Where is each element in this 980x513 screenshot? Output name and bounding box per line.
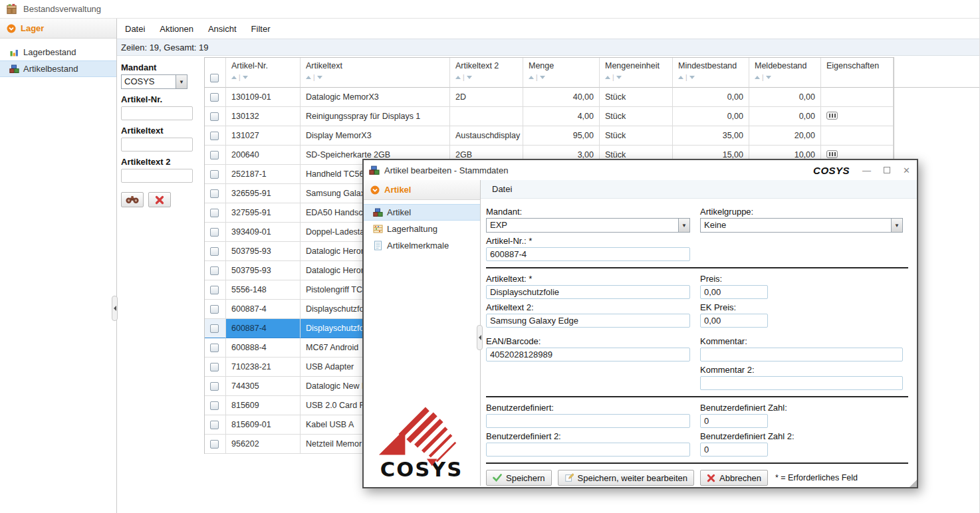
properties-barcode-icon[interactable] [826, 150, 838, 158]
row-checkbox[interactable] [210, 363, 219, 371]
row-checkbox[interactable] [210, 93, 219, 102]
cell-artikelnr[interactable]: 600887-4 [226, 300, 301, 319]
ean-input[interactable] [486, 348, 690, 361]
sidebar-item-artikelbestand[interactable]: Artikelbestand [0, 60, 116, 77]
cell-artikelnr[interactable]: 956202 [226, 435, 301, 454]
cell-mengeneinheit[interactable]: Stück [600, 88, 673, 107]
sort-controls[interactable]: | [529, 74, 594, 81]
row-checkbox[interactable] [210, 151, 219, 159]
chevron-down-icon[interactable]: ▼ [891, 219, 902, 232]
sort-asc-icon[interactable] [231, 76, 237, 79]
filter-artikeltext2-input[interactable] [121, 169, 193, 183]
sort-asc-icon[interactable] [306, 76, 311, 79]
preis-input[interactable] [700, 285, 768, 299]
artikeltext-input[interactable] [486, 285, 690, 299]
row-checkbox[interactable] [210, 440, 219, 449]
table-row[interactable]: 130109-01 Datalogic MemorX3 2D 40,00 Stü… [205, 88, 894, 107]
benutzerdefiniert2-input[interactable] [486, 443, 690, 457]
sort-controls[interactable]: | [755, 74, 815, 81]
dialog-item-artikelmerkmale[interactable]: Artikelmerkmale [364, 237, 480, 254]
cell-artikelnr[interactable]: 600888-4 [226, 338, 301, 358]
save-button[interactable]: Speichern [486, 470, 552, 486]
save-continue-button[interactable]: Speichern, weiter bearbeiten [558, 470, 695, 486]
cell-menge[interactable]: 4,00 [523, 107, 600, 126]
row-checkbox[interactable] [210, 170, 219, 179]
sort-controls[interactable]: | [678, 74, 743, 81]
menu-ansicht[interactable]: Ansicht [208, 24, 237, 34]
cell-mindestbestand[interactable]: 35,00 [673, 126, 749, 146]
sort-asc-icon[interactable] [455, 76, 461, 79]
select-all-checkbox[interactable] [210, 74, 219, 82]
column-header-artikelnr[interactable]: Artikel-Nr.| [226, 58, 301, 88]
artikelnr-input[interactable] [486, 247, 690, 261]
dialog-titlebar[interactable]: Artikel bearbeiten - Stammdaten COSYS — … [364, 160, 917, 180]
sort-desc-icon[interactable] [689, 76, 695, 79]
row-checkbox[interactable] [210, 132, 219, 140]
row-checkbox[interactable] [210, 401, 219, 410]
cell-artikeltext2[interactable]: 2D [450, 88, 523, 107]
artikelgruppe-select[interactable]: Keine ▼ [700, 218, 903, 233]
row-checkbox[interactable] [210, 247, 219, 256]
mandant-select[interactable]: EXP ▼ [486, 218, 690, 233]
cell-artikelnr[interactable]: 200640 [226, 146, 301, 165]
cell-eigenschaften[interactable] [821, 126, 894, 146]
close-button[interactable]: ✕ [903, 166, 910, 175]
minimize-button[interactable]: — [862, 166, 871, 175]
cell-menge[interactable]: 40,00 [523, 88, 600, 107]
chevron-down-icon[interactable]: ▼ [678, 219, 689, 232]
sort-asc-icon[interactable] [678, 76, 683, 79]
column-header-mindestbestand[interactable]: Mindestbestand| [673, 58, 749, 88]
menu-filter[interactable]: Filter [251, 24, 271, 34]
menu-datei[interactable]: Datei [125, 24, 145, 34]
dialog-group-artikel[interactable]: Artikel [364, 180, 480, 200]
cell-mengeneinheit[interactable]: Stück [600, 126, 673, 146]
cell-artikelnr[interactable]: 5556-148 [226, 280, 301, 300]
row-checkbox[interactable] [210, 324, 219, 333]
dialog-item-artikel[interactable]: Artikel [364, 204, 480, 221]
ekpreis-input[interactable] [700, 314, 768, 328]
cell-artikeltext[interactable]: Datalogic MemorX3 [301, 88, 450, 107]
sort-asc-icon[interactable] [529, 76, 534, 79]
cell-menge[interactable]: 95,00 [523, 126, 600, 146]
table-row[interactable]: 131027 Display MemorX3 Austauschdisplay … [205, 126, 894, 146]
column-header-artikeltext2[interactable]: Artikeltext 2| [450, 58, 523, 88]
cell-mengeneinheit[interactable]: Stück [600, 107, 673, 126]
cell-meldebestand[interactable]: 0,00 [749, 88, 821, 107]
sort-controls[interactable]: | [455, 74, 517, 81]
column-header-meldebestand[interactable]: Meldebestand| [749, 58, 821, 88]
cell-artikelnr[interactable]: 131027 [226, 126, 301, 146]
column-header-mengeneinheit[interactable]: Mengeneinheit| [600, 58, 673, 88]
row-checkbox[interactable] [210, 189, 219, 198]
cell-artikelnr[interactable]: 130132 [226, 107, 301, 126]
cell-artikelnr[interactable]: 815609 [226, 396, 301, 415]
row-checkbox[interactable] [210, 228, 219, 237]
artikeltext2-input[interactable] [486, 314, 690, 328]
benutzerdefiniert-zahl-input[interactable] [700, 414, 768, 428]
row-checkbox[interactable] [210, 421, 219, 429]
sort-asc-icon[interactable] [755, 76, 760, 79]
search-button[interactable] [121, 192, 144, 207]
cancel-button[interactable]: Abbrechen [700, 470, 768, 486]
sort-controls[interactable]: | [605, 74, 667, 81]
clear-filter-button[interactable] [148, 192, 171, 207]
row-checkbox[interactable] [210, 209, 219, 217]
benutzerdefiniert-zahl2-input[interactable] [700, 443, 768, 457]
dialog-item-lagerhaltung[interactable]: Lagerhaltung [364, 221, 480, 237]
cell-mindestbestand[interactable]: 0,00 [673, 88, 749, 107]
row-checkbox[interactable] [210, 382, 219, 391]
column-header-menge[interactable]: Menge| [523, 58, 600, 88]
cell-artikelnr[interactable]: 326595-91 [226, 184, 301, 203]
cell-artikelnr[interactable]: 252187-1 [226, 165, 301, 184]
cell-artikelnr[interactable]: 744305 [226, 377, 301, 396]
cell-artikeltext[interactable]: Reinigungsspray für Displays 1 [301, 107, 450, 126]
sort-desc-icon[interactable] [317, 76, 322, 79]
row-checkbox[interactable] [210, 112, 219, 121]
sort-desc-icon[interactable] [540, 76, 545, 79]
sort-controls[interactable]: | [306, 74, 444, 81]
sort-controls[interactable]: | [231, 74, 295, 81]
filter-artikeltext-input[interactable] [121, 138, 193, 152]
sort-desc-icon[interactable] [616, 76, 622, 79]
dialog-menu-datei[interactable]: Datei [492, 184, 512, 194]
row-checkbox[interactable] [210, 286, 219, 294]
cell-meldebestand[interactable]: 0,00 [749, 107, 821, 126]
